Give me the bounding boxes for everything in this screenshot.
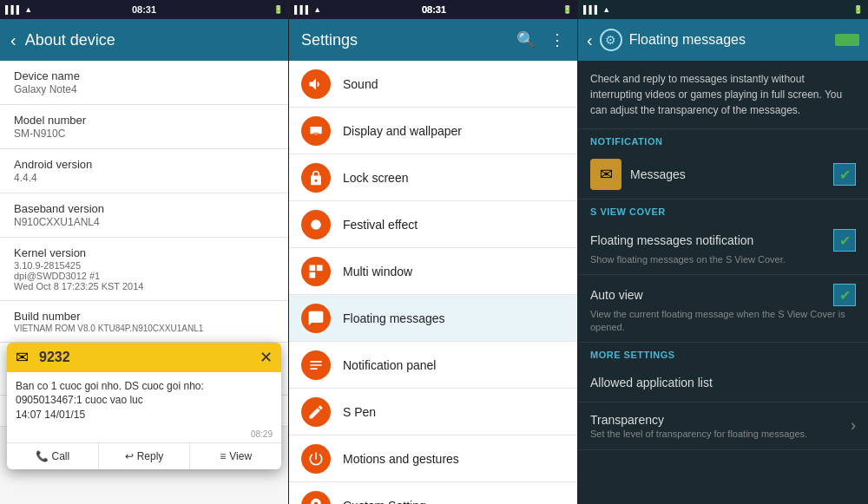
status-time-1: 08:31 <box>132 4 156 15</box>
floating-messages-notification-item[interactable]: Floating messages notification ✔ Show fl… <box>578 220 868 275</box>
close-notification-button[interactable]: ✕ <box>260 348 273 367</box>
build-number-value: VIETNAM ROM V8.0 KTU84P.N910CXXU1ANL1 <box>14 324 274 333</box>
back-button-3[interactable]: ‹ <box>587 30 593 50</box>
kernel-row[interactable]: Kernel version 3.10.9-2815425 dpi@SWDD30… <box>0 238 288 301</box>
spen-icon <box>307 403 325 421</box>
device-name-row[interactable]: Device name Galaxy Note4 <box>0 61 288 105</box>
settings-header-icons: 🔍 ⋮ <box>516 30 565 49</box>
svg-rect-4 <box>317 265 323 271</box>
search-button[interactable]: 🔍 <box>516 30 536 49</box>
settings-item-motions[interactable]: Motions and gestures <box>289 435 577 482</box>
settings-header: Settings 🔍 ⋮ <box>289 19 577 61</box>
signal-icon: ▌▌▌ <box>5 5 22 14</box>
reply-action-button[interactable]: ↩ Reply <box>99 443 191 469</box>
custom-icon-container <box>301 491 331 505</box>
status-right-icons-2: 🔋 <box>562 5 572 14</box>
notification-icon <box>307 357 325 374</box>
gear-symbol: ⚙ <box>605 33 616 47</box>
auto-view-subtext: View the current floating message when t… <box>590 308 856 333</box>
lock-icon <box>307 169 325 187</box>
reply-label: Reply <box>137 450 164 462</box>
floating-notif-subtext: Show floating messages on the S View Cov… <box>590 253 856 265</box>
festival-icon-container <box>301 210 331 239</box>
message-envelope-icon: ✉ <box>590 159 621 190</box>
floating-messages-header: ‹ ⚙ Floating messages <box>578 19 868 61</box>
notification-label: Notification panel <box>343 358 436 372</box>
settings-item-spen[interactable]: S Pen <box>289 389 577 435</box>
battery-icon-3: 🔋 <box>853 5 863 14</box>
svg-point-2 <box>311 219 321 230</box>
android-version-value: 4.4.4 <box>14 172 274 184</box>
wifi-icon-3: ▲ <box>602 5 610 14</box>
settings-item-floating[interactable]: Floating messages <box>289 295 577 342</box>
settings-item-notification[interactable]: Notification panel <box>289 342 577 389</box>
panel-about-device: ▌▌▌ ▲ 08:31 🔋 ‹ About device Device name… <box>0 0 289 504</box>
status-bar-1: ▌▌▌ ▲ 08:31 🔋 <box>0 0 288 19</box>
settings-item-multiwindow[interactable]: Multi window <box>289 248 577 295</box>
floating-notif-checkbox[interactable]: ✔ <box>833 229 856 252</box>
build-number-label: Build number <box>14 310 274 323</box>
allowed-apps-item[interactable]: Allowed application list <box>578 363 868 403</box>
settings-item-display[interactable]: Display and wallpaper <box>289 108 577 154</box>
auto-view-label: Auto view <box>590 288 825 302</box>
status-left-icons-2: ▌▌▌ ▲ <box>294 5 321 14</box>
auto-view-checkbox[interactable]: ✔ <box>833 284 856 306</box>
about-device-title: About device <box>25 31 115 49</box>
multiwindow-icon <box>307 263 325 280</box>
custom-label: Custom Setting <box>343 499 426 505</box>
motions-icon <box>307 450 325 468</box>
kernel-value: 3.10.9-2815425 dpi@SWDD3012 #1 Wed Oct 8… <box>14 260 274 291</box>
status-left-icons: ▌▌▌ ▲ <box>5 5 32 14</box>
android-version-row[interactable]: Android version 4.4.4 <box>0 149 288 193</box>
allowed-apps-label: Allowed application list <box>590 376 856 389</box>
messages-notification-item[interactable]: ✉ Messages ✔ <box>578 150 868 200</box>
multiwindow-icon-container <box>301 257 331 286</box>
svg-rect-5 <box>310 272 316 278</box>
sview-section-header: S VIEW COVER <box>578 200 868 220</box>
notif-time: 08:29 <box>7 429 281 442</box>
message-icon: ✉ <box>16 348 29 367</box>
model-number-row[interactable]: Model number SM-N910C <box>0 105 288 149</box>
back-button-1[interactable]: ‹ <box>10 30 16 50</box>
panel-floating-messages: ▌▌▌ ▲ 08:31 🔋 ‹ ⚙ Floating messages Chec… <box>578 0 868 504</box>
motions-label: Motions and gestures <box>343 452 459 466</box>
auto-view-row: Auto view ✔ <box>590 284 856 306</box>
auto-view-item[interactable]: Auto view ✔ View the current floating me… <box>578 275 868 343</box>
sound-label: Sound <box>343 77 378 91</box>
gear-settings-icon[interactable]: ⚙ <box>600 29 622 51</box>
status-right-icons: 🔋 <box>273 5 283 14</box>
transparency-subtext: Set the level of transparency for floati… <box>590 429 851 439</box>
festival-icon <box>307 216 325 233</box>
view-icon: ≡ <box>220 450 226 462</box>
signal-icon-2: ▌▌▌ <box>294 5 311 14</box>
volume-icon <box>307 75 325 93</box>
view-action-button[interactable]: ≡ View <box>190 443 281 469</box>
about-device-content: Device name Galaxy Note4 Model number SM… <box>0 61 288 504</box>
floating-label: Floating messages <box>343 311 445 325</box>
messages-checkbox[interactable]: ✔ <box>833 163 856 186</box>
device-name-label: Device name <box>14 69 274 82</box>
settings-item-festival[interactable]: Festival effect <box>289 201 577 248</box>
settings-list: Sound Display and wallpaper Lock screen … <box>289 61 577 504</box>
call-action-button[interactable]: 📞 Call <box>7 443 99 469</box>
transparency-item[interactable]: Transparency Set the level of transparen… <box>578 403 868 450</box>
status-bar-3: ▌▌▌ ▲ 08:31 🔋 <box>578 0 868 19</box>
build-number-row[interactable]: Build number VIETNAM ROM V8.0 KTU84P.N91… <box>0 301 288 343</box>
sound-icon-container <box>301 69 331 99</box>
wifi-icon-2: ▲ <box>313 5 321 14</box>
baseband-row[interactable]: Baseband version N910CXXU1ANL4 <box>0 193 288 238</box>
display-icon <box>307 122 325 140</box>
more-options-button[interactable]: ⋮ <box>549 30 565 49</box>
notification-icon-container <box>301 350 331 380</box>
settings-item-custom[interactable]: Custom Setting <box>289 482 577 504</box>
motions-icon-container <box>301 444 331 474</box>
transparency-label-block: Transparency Set the level of transparen… <box>590 413 851 439</box>
settings-item-sound[interactable]: Sound <box>289 61 577 108</box>
settings-item-lockscreen[interactable]: Lock screen <box>289 154 577 201</box>
view-label: View <box>229 450 252 462</box>
settings-title: Settings <box>301 31 358 49</box>
custom-icon <box>307 497 325 505</box>
floating-notif-label: Floating messages notification <box>590 233 825 247</box>
kernel-label: Kernel version <box>14 246 274 259</box>
notif-number: 9232 <box>39 350 70 365</box>
